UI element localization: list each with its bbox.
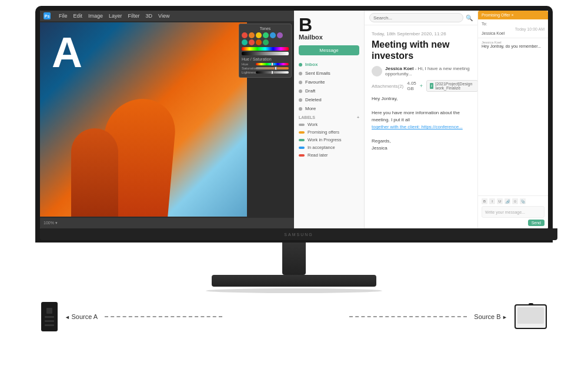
ps-menu-image[interactable]: Image <box>88 13 103 19</box>
ps-status: 100% ▾ <box>44 221 58 225</box>
ps-menu-file[interactable]: File <box>59 13 68 19</box>
email-body: Hey Jontray, Here you have more informat… <box>372 95 470 152</box>
ps-lightness-slider[interactable]: Lightness <box>242 71 289 74</box>
chat-participant1: Jessica Koel <box>482 31 544 35</box>
draft-indicator <box>299 89 302 93</box>
source-b-line <box>349 316 467 317</box>
sent-indicator <box>299 72 302 75</box>
nav-item-sent[interactable]: Sent Emails <box>294 69 364 78</box>
email-regards: Regards, <box>372 138 470 145</box>
bold-tool[interactable]: B <box>482 198 487 204</box>
attachment-size: 4.05 GB <box>407 81 416 91</box>
source-a-device <box>41 302 58 331</box>
email-body-line2: Here you have more information about the… <box>372 109 470 124</box>
screen: Ps File Edit Image Layer Filter 3D View <box>40 11 548 228</box>
italic-tool[interactable]: I <box>489 198 495 204</box>
ps-hue-saturation-panel[interactable]: Tones Hue / Sat <box>239 24 292 78</box>
attach-tool[interactable]: 📎 <box>520 198 526 204</box>
chat-send-button[interactable]: Send <box>528 220 544 226</box>
label-wip[interactable]: Work in Progress <box>294 136 364 144</box>
screen-left-photoshop: Ps File Edit Image Layer Filter 3D View <box>40 11 294 228</box>
search-bar: Search... 🔍 <box>365 11 477 25</box>
ps-menu-3d[interactable]: 3D <box>146 13 153 19</box>
nav-item-deleted[interactable]: Deleted <box>294 95 364 104</box>
sent-label: Sent Emails <box>305 71 330 76</box>
inbox-indicator <box>299 63 302 67</box>
chat-toolbar: B I U 🔗 ☺ 📎 <box>482 198 544 204</box>
ps-menu-view[interactable]: View <box>158 13 169 19</box>
search-icon[interactable]: 🔍 <box>466 15 473 21</box>
search-input[interactable]: Search... <box>369 13 463 22</box>
nav-item-more[interactable]: More <box>294 104 364 113</box>
sources-row: Source A Source B <box>35 302 553 331</box>
ps-hue-label: Hue <box>242 62 255 66</box>
fav-indicator <box>299 81 302 84</box>
ps-lightness-label: Lightness <box>242 71 255 74</box>
device-a-slot2 <box>45 320 54 322</box>
ps-hue-slider[interactable]: Hue <box>242 62 289 66</box>
label-acceptance[interactable]: In acceptance <box>294 144 364 151</box>
device-b-notch <box>529 303 533 305</box>
label-wip-color <box>299 139 305 141</box>
label-work-text: Work <box>308 122 318 127</box>
monitor-bezel: Ps File Edit Image Layer Filter 3D View <box>35 6 553 243</box>
stand-neck <box>282 243 306 275</box>
emoji-tool[interactable]: ☺ <box>512 198 518 204</box>
labels-add-icon[interactable]: + <box>357 115 359 119</box>
draft-label: Draft <box>305 88 315 94</box>
ps-menubar: Ps File Edit Image Layer Filter 3D View <box>40 11 294 21</box>
ps-logo: Ps <box>44 12 51 19</box>
source-b-label: Source B <box>474 313 507 320</box>
email-body-link[interactable]: together with the client: https://confer… <box>372 124 470 131</box>
chat-panel: Promising Offer × To: Today 10:00 AM Jes… <box>477 11 548 228</box>
add-attachment-icon[interactable]: + <box>420 83 423 89</box>
source-b-device <box>514 304 547 329</box>
ps-saturation-slider[interactable]: Saturation <box>242 67 289 70</box>
label-promising[interactable]: Promising offers <box>294 128 364 136</box>
label-acceptance-text: In acceptance <box>308 145 335 150</box>
device-b-screen <box>517 307 544 324</box>
chat-header[interactable]: Promising Offer × <box>478 11 548 19</box>
ps-panel-title: Tones <box>242 26 289 31</box>
nav-item-inbox[interactable]: Inbox <box>294 60 364 69</box>
source-a-label: Source A <box>65 313 98 320</box>
label-work-color <box>299 124 305 126</box>
email-signature-name: Jessica <box>372 145 470 152</box>
chat-input-area: B I U 🔗 ☺ 📎 Write your message... Send <box>478 195 548 228</box>
fav-label: Favourite <box>305 79 325 85</box>
device-a-slot1 <box>45 316 54 318</box>
stand-shadow <box>206 288 382 293</box>
monitor-brand: SAMSUNG <box>284 232 313 237</box>
ps-menu-filter[interactable]: Filter <box>128 13 140 19</box>
ps-menu-edit[interactable]: Edit <box>74 13 83 19</box>
source-b-group: Source B <box>349 304 547 329</box>
email-greeting: Hey Jontray, <box>372 95 470 102</box>
label-readlater[interactable]: Read later <box>294 151 364 159</box>
label-work[interactable]: Work <box>294 121 364 128</box>
nav-item-draft[interactable]: Draft <box>294 87 364 95</box>
screen-label-a: A <box>52 28 82 77</box>
compose-button[interactable]: Message <box>299 45 359 55</box>
email-subject: Meeting with new investors <box>372 39 470 61</box>
mailbox-sidebar: Mailbox Message Inbox Sent Emails Favour… <box>294 11 365 228</box>
attachment-file[interactable]: F [2021Project]Design work_Finalize <box>426 80 477 92</box>
more-indicator <box>299 107 302 111</box>
label-readlater-text: Read later <box>308 152 328 158</box>
chat-messages: Jessica Koel Hey Jontray, do you remembe… <box>478 38 548 195</box>
ps-color-swatches <box>242 32 289 45</box>
link-tool[interactable]: 🔗 <box>505 198 510 204</box>
email-date: Today, 18th September 2020, 11:26 <box>372 31 470 36</box>
label-wip-text: Work in Progress <box>308 137 341 142</box>
email-sender-row: Jessica Koel - Hi, I have a new meeting … <box>372 66 470 77</box>
source-a-group: Source A <box>41 302 222 331</box>
attachment-filename: [2021Project]Design work_Finalize <box>435 82 475 90</box>
mailbox-content: Search... 🔍 Today, 18th September 2020, … <box>365 11 477 228</box>
chat-input-field[interactable]: Write your message... <box>482 206 544 218</box>
sender-avatar <box>372 66 382 77</box>
chat-msg-text: Hey Jontray, do you remember... <box>482 44 541 48</box>
nav-item-favourite[interactable]: Favourite <box>294 78 364 87</box>
underline-tool[interactable]: U <box>497 198 503 204</box>
ps-menu-layer[interactable]: Layer <box>109 13 122 19</box>
sender-info: Jessica Koel - Hi, I have a new meeting … <box>385 66 470 77</box>
attachments-label: Attachments(2) <box>372 84 403 89</box>
